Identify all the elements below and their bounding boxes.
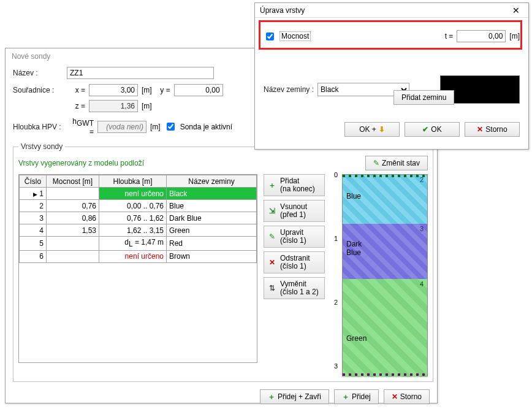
add-close-button[interactable]: ＋Přidej + Zavři (260, 389, 329, 404)
close-icon: ✕ (477, 125, 483, 134)
soil-column-view: 0 1 2 3 2 Blue 3 Dark Blue (342, 174, 428, 376)
table-row[interactable]: 20,760,00 .. 0,76Blue (20, 200, 257, 212)
y-input[interactable] (174, 84, 223, 96)
close-icon: ✕ (392, 392, 398, 401)
t-unit: [m] (509, 32, 520, 40)
name-input[interactable] (67, 67, 214, 79)
hgwt-label: hGWT = (67, 117, 94, 136)
z-unit: [m] (142, 102, 152, 110)
pencil-icon: ✎ (373, 159, 379, 167)
pencil-icon: ✎ (268, 232, 276, 241)
thickness-input[interactable] (457, 30, 506, 42)
table-row[interactable]: 5dL = 1,47 mRed (20, 237, 257, 250)
check-icon: ✔ (422, 125, 428, 134)
ok-plus-button[interactable]: OK +⬇ (344, 122, 400, 137)
coord-label: Souřadnice : (13, 86, 63, 94)
z-label: z = (67, 102, 85, 110)
remove-icon: ✕ (268, 258, 276, 267)
cancel-button[interactable]: ✕Storno (465, 122, 520, 137)
plus-icon: ＋ (342, 392, 349, 402)
table-row[interactable]: 30,860,76 .. 1,62Dark Blue (20, 212, 257, 224)
plus-icon: ＋ (268, 392, 275, 402)
swap-icon: ⇅ (268, 284, 276, 292)
add-layer-button[interactable]: ＋ Přidat(na konec) (264, 174, 325, 196)
change-state-button[interactable]: ✎ Změnit stav (365, 156, 428, 170)
soil-layer-darkblue: 3 Dark Blue (343, 224, 427, 279)
soil-name-label: Název zeminy : (264, 85, 314, 94)
z-input[interactable] (89, 100, 138, 112)
t-label: t = (445, 32, 454, 40)
swap-layer-button[interactable]: ⇅ Vyměnit(číslo 1 a 2) (264, 277, 325, 299)
arrow-down-icon: ⬇ (379, 125, 385, 134)
insert-icon: ⇲ (268, 207, 276, 215)
name-label: Název : (13, 69, 63, 77)
layers-fieldset: Vrstvy sondy Vrstvy vygenerovány z model… (13, 142, 433, 382)
x-input[interactable] (89, 84, 138, 96)
table-row[interactable]: 41,531,62 .. 3,15Green (20, 224, 257, 237)
insert-layer-button[interactable]: ⇲ Vsunout(před 1) (264, 200, 325, 222)
add-soil-button[interactable]: Přidat zeminu (393, 90, 454, 105)
x-unit: [m] (142, 86, 152, 94)
col-thick: Mocnost [m] (47, 175, 99, 188)
remove-layer-button[interactable]: ✕ Odstranit(číslo 1) (264, 251, 325, 273)
thickness-checkbox[interactable] (266, 32, 274, 40)
plus-icon: ＋ (268, 180, 276, 191)
hpv-label: Hloubka HPV : (13, 123, 63, 131)
edit-layer-dialog: Úprava vrstvy ✕ Mocnost t = [m] Název ze… (254, 2, 529, 150)
cancel-button[interactable]: ✕Storno (384, 389, 430, 404)
generated-text: Vrstvy vygenerovány z modelu podloží (18, 159, 144, 167)
col-num: Číslo (20, 175, 47, 188)
soil-layer-green: 4 Green (343, 279, 427, 377)
col-depth: Hloubka [m] (99, 175, 167, 188)
thickness-label: Mocnost (279, 31, 311, 41)
edit-layer-button[interactable]: ✎ Upravit(číslo 1) (264, 226, 325, 248)
layers-legend: Vrstvy sondy (18, 142, 65, 151)
table-row[interactable]: 6není určenoBrown (20, 250, 257, 262)
add-button[interactable]: ＋Přidej (334, 389, 379, 404)
x-label: x = (67, 86, 85, 94)
y-label: y = (156, 86, 170, 94)
table-row[interactable]: ▶ 1není určenoBlack (20, 188, 257, 200)
col-soil: Název zeminy (167, 175, 257, 188)
hgwt-unit: [m] (150, 123, 161, 131)
hgwt-input[interactable] (97, 121, 146, 133)
layers-table[interactable]: Číslo Mocnost [m] Hloubka [m] Název zemi… (19, 175, 257, 262)
soil-layer-blue: 2 Blue (343, 175, 427, 224)
active-label: Sonda je aktivní (180, 123, 232, 131)
active-checkbox[interactable] (167, 123, 175, 131)
dialog-title: Úprava vrstvy (259, 6, 305, 15)
close-icon[interactable]: ✕ (507, 6, 525, 15)
ok-button[interactable]: ✔OK (405, 122, 460, 137)
